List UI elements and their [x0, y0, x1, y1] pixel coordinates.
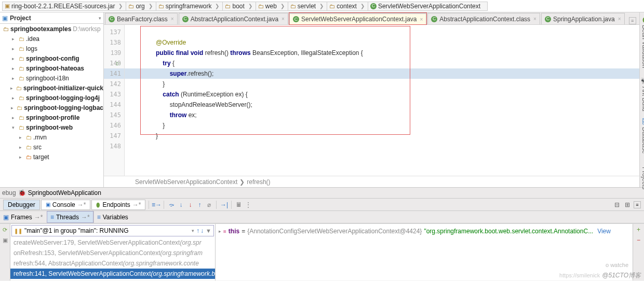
more-icon[interactable]: ≡	[634, 201, 641, 208]
folder-icon: 🗀	[17, 105, 22, 111]
add-watch-icon[interactable]: +	[637, 226, 640, 233]
tree-item[interactable]: 🗀springboot-i18n	[0, 73, 103, 83]
tree-item[interactable]: 🗀springboot-hateoas	[0, 63, 103, 73]
tool-maven[interactable]: mMaven Projects	[640, 158, 644, 191]
crumb-item[interactable]: CServletWebServerApplicationContext	[368, 2, 488, 11]
tool-database[interactable]: 🗄Database	[640, 116, 644, 156]
settings-icon[interactable]: ⊞	[623, 201, 632, 209]
tab-list-icon[interactable]: ≡	[629, 17, 636, 24]
close-icon[interactable]: ×	[533, 16, 536, 22]
editor-body[interactable]: 137 138 139 o↑ 140 141 142 143 144 145 1…	[104, 25, 639, 176]
nav-breadcrumb: ▣ring-boot-2.2.1.RELEASE-sources.jar 🗀or…	[0, 0, 644, 12]
crumb-item[interactable]: 🗀boot	[222, 2, 256, 11]
tree-arrow-icon[interactable]	[12, 115, 17, 120]
folder-icon: 🗀	[19, 65, 24, 72]
rerun-icon[interactable]: ⟳	[2, 226, 9, 233]
folder-icon: 🗀	[128, 3, 134, 9]
crumb-item[interactable]: ▣ring-boot-2.2.1.RELEASE-sources.jar	[2, 2, 126, 11]
tab-console[interactable]: ▣Console→*	[41, 200, 91, 210]
tree-item[interactable]: 🗀target	[0, 152, 103, 162]
class-icon: C	[370, 3, 377, 9]
tree-arrow-icon[interactable]	[12, 46, 17, 51]
tree-arrow-icon[interactable]	[12, 66, 17, 71]
close-icon[interactable]: ×	[420, 17, 423, 22]
variables-column[interactable]: ▸ ≡ this = {AnnotationConfigServletWebSe…	[216, 224, 633, 280]
tool-ant-build[interactable]: 🐜Ant Build	[640, 75, 644, 114]
tree-arrow-icon[interactable]	[19, 145, 24, 150]
expand-icon[interactable]: ▸	[219, 229, 221, 234]
trace-icon[interactable]: ⋮	[244, 201, 252, 209]
class-icon: C	[182, 16, 189, 22]
dropdown-icon[interactable]: ▾	[192, 228, 194, 233]
variable-row[interactable]: ▸ ≡ this = {AnnotationConfigServletWebSe…	[219, 226, 629, 236]
watches-gutter: + −	[633, 224, 644, 280]
step-out-icon[interactable]: ↑	[195, 201, 204, 209]
step-into-icon[interactable]: ↓	[177, 201, 185, 209]
tree-arrow-icon[interactable]	[11, 105, 15, 110]
tree-arrow-icon[interactable]	[12, 125, 17, 130]
stack-frame[interactable]: refresh:747, SpringApplication (org.spri…	[10, 279, 215, 280]
editor-tab[interactable]: CBeanFactory.class×	[105, 13, 178, 24]
tool-bean-validation[interactable]: ⬮Bean Validation	[640, 15, 644, 70]
dropdown-icon[interactable]: ▾	[99, 16, 101, 21]
frames-tab[interactable]: ▣Frames→*	[0, 211, 47, 223]
tab-debugger[interactable]: Debugger	[3, 200, 40, 210]
project-tree[interactable]: 🗀 springbootexamples D:\worksp 🗀.idea🗀lo…	[0, 24, 103, 187]
crumb-item[interactable]: 🗀org	[126, 2, 156, 11]
tree-item[interactable]: 🗀springboot-web	[0, 122, 103, 132]
tree-item[interactable]: 🗀springboot-logging-logbac	[0, 103, 103, 113]
view-link[interactable]: View	[597, 228, 611, 235]
crumb-item[interactable]: 🗀servlet	[288, 2, 327, 11]
step-over-icon[interactable]: ⤼	[167, 201, 176, 209]
restore-layout-icon[interactable]: ⊟	[613, 201, 621, 209]
debug-tool-header[interactable]: ebug 🐞 SpringbootWebApplication	[0, 187, 644, 199]
tree-arrow-icon[interactable]	[12, 56, 17, 61]
threads-tab[interactable]: ≡Threads→*	[47, 211, 93, 223]
tree-root[interactable]: 🗀 springbootexamples D:\worksp	[0, 24, 103, 34]
filter-icon[interactable]: ▼	[206, 228, 211, 234]
tree-arrow-icon[interactable]	[19, 154, 24, 160]
tree-item[interactable]: 🗀springboot-config	[0, 53, 103, 63]
stack-frame[interactable]: createWebServer:179, ServletWebServerApp…	[10, 237, 215, 248]
crumb-item[interactable]: 🗀web	[256, 2, 288, 11]
tree-item[interactable]: 🗀.mvn	[0, 132, 103, 142]
tree-item[interactable]: 🗀springboot-initializer-quick	[0, 83, 103, 93]
resume-icon[interactable]: ▣	[2, 236, 9, 244]
force-step-into-icon[interactable]: ↓	[186, 201, 194, 209]
editor-tab[interactable]: CServletWebServerApplicationContext.java…	[289, 13, 426, 24]
stack-frame[interactable]: refresh:141, ServletWebServerApplication…	[10, 269, 215, 279]
close-icon[interactable]: ×	[618, 16, 621, 22]
evaluate-icon[interactable]: 🖩	[235, 201, 243, 209]
stack-frame[interactable]: onRefresh:153, ServletWebServerApplicati…	[10, 248, 215, 258]
prev-frame-icon[interactable]: ↑	[196, 227, 199, 234]
tree-arrow-icon[interactable]	[12, 36, 17, 41]
tree-arrow-icon[interactable]	[12, 76, 17, 81]
show-execution-point-icon[interactable]: ≡→	[152, 201, 160, 209]
remove-watch-icon[interactable]: −	[637, 236, 640, 244]
editor-tab[interactable]: CSpringApplication.java×	[541, 13, 625, 24]
tree-arrow-icon[interactable]	[10, 86, 15, 91]
crumb-item[interactable]: 🗀springframework	[156, 2, 223, 11]
thread-selector[interactable]: ❚❚ "main"@1 in group "main": RUNNING ▾ ↑…	[11, 225, 214, 236]
tree-item[interactable]: 🗀src	[0, 142, 103, 152]
class-icon: C	[109, 16, 115, 22]
tree-item[interactable]: 🗀.idea	[0, 34, 103, 44]
close-icon[interactable]: ×	[171, 16, 174, 22]
tree-arrow-icon[interactable]	[19, 135, 24, 140]
tree-item[interactable]: 🗀springboot-logging-log4j	[0, 93, 103, 103]
editor-tab[interactable]: CAbstractApplicationContext.java×	[179, 13, 288, 24]
tree-item[interactable]: 🗀springboot-profile	[0, 113, 103, 122]
close-icon[interactable]: ×	[281, 16, 285, 22]
stack-frame[interactable]: refresh:544, AbstractApplicationContext …	[10, 258, 215, 269]
drop-frame-icon[interactable]: ⌀	[205, 201, 213, 209]
call-stack[interactable]: createWebServer:179, ServletWebServerApp…	[10, 237, 215, 280]
tree-arrow-icon[interactable]	[12, 95, 17, 101]
project-header[interactable]: ▣ Project ▾	[0, 12, 103, 24]
editor-tab[interactable]: CAbstractApplicationContext.class×	[427, 13, 540, 24]
crumb-item[interactable]: 🗀context	[327, 2, 368, 11]
code-area[interactable]: @Override public final void refresh() th…	[125, 25, 639, 176]
next-frame-icon[interactable]: ↓	[200, 227, 204, 234]
tree-item[interactable]: 🗀logs	[0, 44, 103, 53]
tab-endpoints[interactable]: ⬮Endpoints→*	[91, 200, 145, 210]
run-to-cursor-icon[interactable]: →|	[220, 201, 228, 209]
